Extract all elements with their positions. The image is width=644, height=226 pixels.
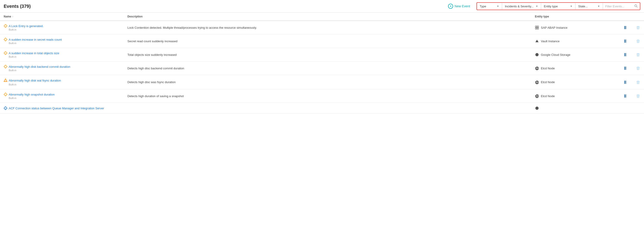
cell-actions: [608, 53, 626, 57]
cell-actions: [608, 80, 626, 84]
cell-description: Detects high disc backend commit duratio…: [128, 67, 535, 70]
filter-bar: Type ▼ Incidents & Severity... ▼ Entity …: [476, 2, 640, 10]
entity-type-filter-label: Entity type: [544, 5, 558, 8]
warning-diamond-icon: !: [4, 106, 7, 110]
svg-point-22: [535, 106, 538, 110]
pause-button[interactable]: [624, 80, 626, 84]
pause-icon: [624, 81, 626, 84]
vault-entity-icon: [535, 39, 539, 43]
cell-entity: Etcd Node: [535, 80, 608, 84]
cell-description: Lock Contention detected. Multiple threa…: [128, 26, 535, 29]
event-subtext: Built-in: [9, 69, 128, 72]
trash-icon: [636, 26, 640, 29]
event-link[interactable]: ! Abnormally high snapshot duration: [4, 92, 128, 96]
pause-button[interactable]: [624, 66, 626, 70]
svg-point-13: [535, 53, 538, 56]
state-filter-label: State...: [578, 5, 588, 8]
pause-icon: [624, 67, 626, 70]
cell-delete: [626, 66, 640, 70]
cell-entity: SAP ABAP Instance: [535, 26, 608, 30]
table-row: ! Abnormally high snapshot duration Buil…: [0, 89, 644, 103]
table-row: ! A sudden increase in total objects siz…: [0, 48, 644, 62]
event-link[interactable]: ! A Lock Entry is generated.: [4, 24, 128, 28]
cell-entity: [535, 106, 608, 110]
table-row: ! Abnormally high disk backend commit du…: [0, 62, 644, 75]
cell-delete: [626, 80, 640, 84]
svg-rect-4: [535, 26, 537, 27]
type-filter-dropdown[interactable]: Type ▼: [477, 3, 502, 10]
trash-icon: [636, 80, 640, 84]
sap-entity-icon: [535, 26, 539, 30]
svg-text:!: !: [5, 107, 6, 109]
event-link[interactable]: ! A sudden increase in secret reads coun…: [4, 38, 128, 41]
cell-name: ! A Lock Entry is generated. Built-in: [4, 24, 128, 31]
cell-name: ! Abnormally high snapshot duration Buil…: [4, 92, 128, 99]
pause-icon: [624, 26, 626, 29]
event-link[interactable]: ! Abnormally high disk backend commit du…: [4, 65, 128, 68]
svg-rect-6: [535, 28, 537, 29]
alert-triangle-icon: !: [4, 78, 7, 83]
gear-icon: [535, 94, 539, 98]
table-row: ! A sudden increase in secret reads coun…: [0, 35, 644, 48]
delete-button[interactable]: [636, 94, 640, 98]
cell-delete: [626, 39, 640, 43]
cell-delete: [626, 52, 640, 57]
pause-button[interactable]: [624, 39, 626, 43]
entity-type-filter-dropdown[interactable]: Entity type ▼: [541, 3, 576, 10]
events-table: Name ↑ Description Entity type ! A Lock …: [0, 13, 644, 114]
delete-button[interactable]: [636, 52, 640, 57]
pause-button[interactable]: [624, 94, 626, 98]
warning-diamond-icon: !: [4, 92, 7, 96]
column-actions-1: [608, 15, 626, 18]
cell-entity: Google Cloud Storage: [535, 53, 608, 57]
warning-diamond-icon: !: [4, 38, 7, 41]
cell-delete: [626, 25, 640, 30]
search-icon: [634, 4, 638, 8]
svg-text:!: !: [5, 80, 6, 82]
search-input[interactable]: [605, 5, 633, 8]
pause-icon: [624, 40, 626, 43]
state-filter-dropdown[interactable]: State... ▼: [576, 3, 603, 10]
cell-name: ! A sudden increase in total objects siz…: [4, 51, 128, 58]
event-link[interactable]: ! Abnormally high disk wal fsync duratio…: [4, 78, 128, 83]
entity-type-label: Etcd Node: [541, 94, 555, 98]
new-event-button[interactable]: + New Event: [448, 4, 470, 9]
delete-button[interactable]: [636, 80, 640, 84]
cell-entity: Etcd Node: [535, 66, 608, 70]
chevron-down-icon: ▼: [570, 5, 572, 8]
warning-diamond-icon: !: [4, 51, 7, 55]
entity-type-label: Etcd Node: [541, 67, 555, 70]
gcs-entity-icon: [535, 53, 539, 57]
svg-text:!: !: [5, 25, 6, 27]
gear-icon: [535, 66, 539, 70]
type-filter-label: Type: [480, 5, 486, 8]
warning-diamond-icon: !: [4, 24, 7, 28]
table-row: ! A Lock Entry is generated. Built-in Lo…: [0, 21, 644, 35]
trash-icon: [636, 39, 640, 43]
column-name: Name ↑: [4, 15, 128, 18]
incidents-filter-label: Incidents & Severity...: [505, 5, 534, 8]
cell-name: ! ACF Connection status between Queue Ma…: [4, 106, 128, 110]
incidents-filter-dropdown[interactable]: Incidents & Severity... ▼: [502, 3, 541, 10]
event-subtext: Built-in: [9, 55, 128, 58]
pause-button[interactable]: [624, 53, 626, 57]
delete-button[interactable]: [636, 25, 640, 30]
chevron-down-icon: ▼: [497, 5, 499, 8]
event-link[interactable]: ! A sudden increase in total objects siz…: [4, 51, 128, 55]
trash-icon: [636, 94, 640, 98]
event-link[interactable]: ! ACF Connection status between Queue Ma…: [4, 106, 128, 110]
page-title: Events (379): [4, 4, 31, 9]
delete-button[interactable]: [636, 66, 640, 70]
chevron-down-icon: ▼: [598, 5, 600, 8]
filter-search-container[interactable]: [603, 3, 640, 10]
entity-type-label: Etcd Node: [541, 80, 555, 84]
svg-line-1: [636, 7, 637, 7]
svg-text:!: !: [5, 94, 6, 96]
cell-name: ! A sudden increase in secret reads coun…: [4, 38, 128, 45]
table-row: ! ACF Connection status between Queue Ma…: [0, 103, 644, 114]
pause-icon: [624, 53, 626, 56]
cell-entity: Vault Instance: [535, 39, 608, 43]
pause-button[interactable]: [624, 26, 626, 30]
new-event-label: New Event: [454, 4, 470, 8]
delete-button[interactable]: [636, 39, 640, 43]
